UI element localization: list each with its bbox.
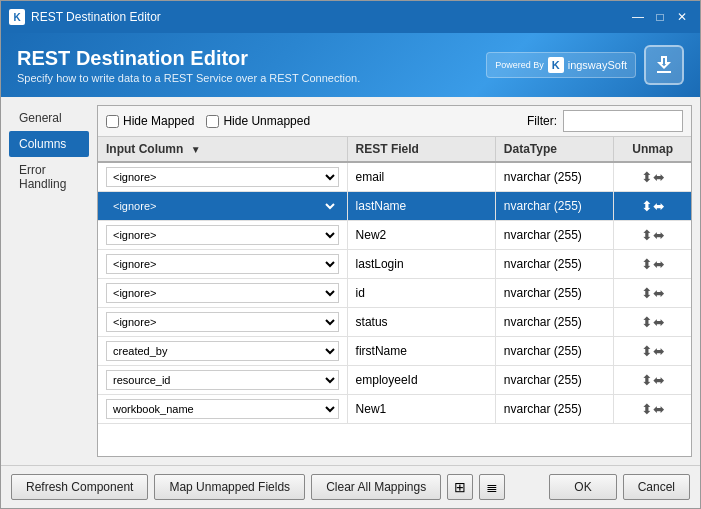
table-row[interactable]: <ignore>New2nvarchar (255)⬍⬌ <box>98 221 691 250</box>
icon-button-2[interactable]: ≣ <box>479 474 505 500</box>
cell-rest-field: email <box>347 162 495 192</box>
grid-icon: ≣ <box>486 479 498 495</box>
table-row[interactable]: workbook_nameNew1nvarchar (255)⬍⬌ <box>98 395 691 424</box>
cell-input-column: <ignore> <box>98 279 347 308</box>
unmap-button[interactable]: ⬍⬌ <box>639 169 667 185</box>
icon-button-1[interactable]: ⊞ <box>447 474 473 500</box>
cell-input-column: resource_id <box>98 366 347 395</box>
main-panel: Hide Mapped Hide Unmapped Filter: <box>97 105 692 457</box>
header-right: Powered By K ingswaySoft <box>486 45 684 85</box>
table-row[interactable]: resource_idemployeeIdnvarchar (255)⬍⬌ <box>98 366 691 395</box>
hide-mapped-group[interactable]: Hide Mapped <box>106 114 194 128</box>
unmap-button[interactable]: ⬍⬌ <box>639 343 667 359</box>
table-row[interactable]: <ignore>lastNamenvarchar (255)⬍⬌ <box>98 192 691 221</box>
cell-datatype: nvarchar (255) <box>495 192 614 221</box>
col-header-input: Input Column ▼ <box>98 137 347 162</box>
table-row[interactable]: created_byfirstNamenvarchar (255)⬍⬌ <box>98 337 691 366</box>
sidebar-item-error-handling-label: Error Handling <box>19 163 66 191</box>
upload-icon <box>652 53 676 77</box>
unmap-button[interactable]: ⬍⬌ <box>639 372 667 388</box>
cell-unmap: ⬍⬌ <box>614 337 691 366</box>
map-unmapped-button[interactable]: Map Unmapped Fields <box>154 474 305 500</box>
table-row[interactable]: <ignore>statusnvarchar (255)⬍⬌ <box>98 308 691 337</box>
cell-input-column: <ignore> <box>98 162 347 192</box>
title-bar: K REST Destination Editor — □ ✕ <box>1 1 700 33</box>
input-column-select[interactable]: <ignore> <box>106 225 339 245</box>
input-column-select[interactable]: <ignore> <box>106 196 339 216</box>
bottom-bar: Refresh Component Map Unmapped Fields Cl… <box>1 465 700 508</box>
hide-unmapped-group[interactable]: Hide Unmapped <box>206 114 310 128</box>
clear-all-mappings-button[interactable]: Clear All Mappings <box>311 474 441 500</box>
cell-rest-field: New2 <box>347 221 495 250</box>
ks-soft: ingswaySoft <box>568 59 627 71</box>
input-column-select[interactable]: <ignore> <box>106 254 339 274</box>
ok-button[interactable]: OK <box>549 474 616 500</box>
hide-mapped-checkbox[interactable] <box>106 115 119 128</box>
unmap-button[interactable]: ⬍⬌ <box>639 198 667 214</box>
header: REST Destination Editor Specify how to w… <box>1 33 700 97</box>
unmap-button[interactable]: ⬍⬌ <box>639 256 667 272</box>
col-header-datatype: DataType <box>495 137 614 162</box>
refresh-component-button[interactable]: Refresh Component <box>11 474 148 500</box>
unmap-button[interactable]: ⬍⬌ <box>639 401 667 417</box>
sidebar-item-columns-label: Columns <box>19 137 66 151</box>
sidebar-item-error-handling[interactable]: Error Handling <box>9 157 89 197</box>
cell-rest-field: New1 <box>347 395 495 424</box>
cell-rest-field: employeeId <box>347 366 495 395</box>
sidebar-item-general[interactable]: General <box>9 105 89 131</box>
cell-rest-field: firstName <box>347 337 495 366</box>
title-bar-text: REST Destination Editor <box>31 10 628 24</box>
table-header-row: Input Column ▼ REST Field DataType Unmap <box>98 137 691 162</box>
ks-logo: K <box>548 57 564 73</box>
unmap-button[interactable]: ⬍⬌ <box>639 227 667 243</box>
mappings-table: Input Column ▼ REST Field DataType Unmap <box>98 137 691 424</box>
table-row[interactable]: <ignore>idnvarchar (255)⬍⬌ <box>98 279 691 308</box>
unmap-button[interactable]: ⬍⬌ <box>639 314 667 330</box>
input-column-select[interactable]: created_by <box>106 341 339 361</box>
hide-unmapped-checkbox[interactable] <box>206 115 219 128</box>
cell-rest-field: lastLogin <box>347 250 495 279</box>
filter-group: Filter: <box>527 110 683 132</box>
window: K REST Destination Editor — □ ✕ REST Des… <box>0 0 701 509</box>
input-column-select[interactable]: <ignore> <box>106 312 339 332</box>
cell-datatype: nvarchar (255) <box>495 395 614 424</box>
cell-datatype: nvarchar (255) <box>495 279 614 308</box>
cell-unmap: ⬍⬌ <box>614 192 691 221</box>
table-row[interactable]: <ignore>emailnvarchar (255)⬍⬌ <box>98 162 691 192</box>
header-left: REST Destination Editor Specify how to w… <box>17 47 360 84</box>
title-bar-controls: — □ ✕ <box>628 7 692 27</box>
col-header-unmap: Unmap <box>614 137 691 162</box>
cell-input-column: <ignore> <box>98 250 347 279</box>
cell-input-column: workbook_name <box>98 395 347 424</box>
powered-by-text: Powered By <box>495 60 544 70</box>
filter-label: Filter: <box>527 114 557 128</box>
cell-rest-field: lastName <box>347 192 495 221</box>
table-container: Input Column ▼ REST Field DataType Unmap <box>98 137 691 456</box>
input-column-select[interactable]: workbook_name <box>106 399 339 419</box>
cell-unmap: ⬍⬌ <box>614 366 691 395</box>
input-column-select[interactable]: resource_id <box>106 370 339 390</box>
sidebar-item-columns[interactable]: Columns <box>9 131 89 157</box>
content-area: General Columns Error Handling Hide Mapp… <box>1 97 700 465</box>
close-button[interactable]: ✕ <box>672 7 692 27</box>
cell-unmap: ⬍⬌ <box>614 279 691 308</box>
cell-datatype: nvarchar (255) <box>495 308 614 337</box>
cell-datatype: nvarchar (255) <box>495 366 614 395</box>
maximize-button[interactable]: □ <box>650 7 670 27</box>
header-action-icon[interactable] <box>644 45 684 85</box>
table-toolbar: Hide Mapped Hide Unmapped Filter: <box>98 106 691 137</box>
header-subtitle: Specify how to write data to a REST Serv… <box>17 72 360 84</box>
cell-datatype: nvarchar (255) <box>495 250 614 279</box>
cell-rest-field: id <box>347 279 495 308</box>
table-body: <ignore>emailnvarchar (255)⬍⬌<ignore>las… <box>98 162 691 424</box>
minimize-button[interactable]: — <box>628 7 648 27</box>
cancel-button[interactable]: Cancel <box>623 474 690 500</box>
unmap-button[interactable]: ⬍⬌ <box>639 285 667 301</box>
sort-arrow-icon: ▼ <box>191 144 201 155</box>
table-row[interactable]: <ignore>lastLoginnvarchar (255)⬍⬌ <box>98 250 691 279</box>
input-column-select[interactable]: <ignore> <box>106 167 339 187</box>
cell-datatype: nvarchar (255) <box>495 162 614 192</box>
filter-input[interactable] <box>563 110 683 132</box>
input-column-select[interactable]: <ignore> <box>106 283 339 303</box>
cell-unmap: ⬍⬌ <box>614 250 691 279</box>
